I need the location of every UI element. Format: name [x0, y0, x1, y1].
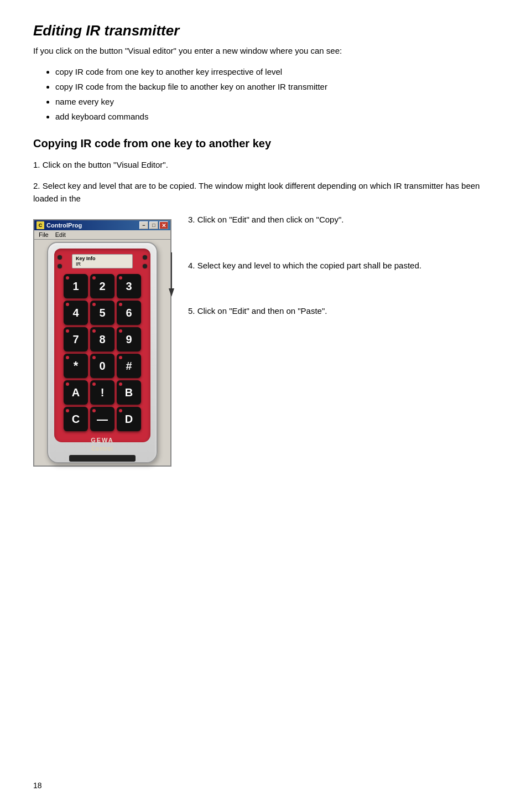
remote-window-panel: C ControlProg − □ ✕ File Edit [33, 214, 171, 467]
intro-text: If you click on the button "Visual edito… [33, 45, 498, 58]
key-1[interactable]: 1 [64, 274, 88, 298]
step-1: 1. Click on the button "Visual Editor". [33, 159, 498, 172]
maximize-button[interactable]: □ [149, 221, 158, 229]
window-menubar: File Edit [34, 230, 170, 240]
key-excl[interactable]: ! [90, 380, 114, 405]
window-titlebar: C ControlProg − □ ✕ [34, 220, 170, 230]
feature-item-3: name every key [55, 94, 498, 109]
image-step-area: C ControlProg − □ ✕ File Edit [33, 214, 498, 467]
menu-edit[interactable]: Edit [52, 231, 69, 239]
remote-dot-mr [143, 264, 147, 268]
remote-brand: GEWA [91, 437, 114, 443]
feature-item-1: copy IR code from one key to another key… [55, 64, 498, 79]
controlprog-window: C ControlProg − □ ✕ File Edit [33, 219, 171, 467]
arrow-divider [155, 247, 188, 359]
key-info-title: Key Info [76, 256, 129, 261]
step-4-num: 4. [188, 261, 195, 270]
window-title-text: ControlProg [46, 222, 82, 229]
key-7[interactable]: 7 [64, 327, 88, 351]
step-3-num: 3. [188, 215, 195, 224]
remote-device: Key Info IR 1 2 3 4 5 6 [47, 242, 158, 463]
key-6[interactable]: 6 [117, 301, 141, 325]
svg-marker-1 [169, 288, 174, 297]
step-3: 3. Click on "Edit" and then click on "Co… [188, 214, 498, 226]
step-2: 2. Select key and level that are to be c… [33, 180, 498, 205]
remote-dots-left [58, 253, 62, 431]
key-4[interactable]: 4 [64, 301, 88, 325]
step-5-num: 5. [188, 306, 195, 316]
right-steps-panel: 3. Click on "Edit" and then click on "Co… [188, 214, 498, 327]
key-a[interactable]: A [64, 380, 88, 405]
step-5-text: Click on "Edit" and then on "Paste". [197, 306, 327, 316]
step-5: 5. Click on "Edit" and then on "Paste". [188, 305, 498, 318]
key-dash[interactable]: — [90, 407, 114, 431]
remote-model: Control [91, 446, 113, 452]
remote-dots-right [143, 253, 147, 431]
remote-dot-ml [58, 264, 62, 268]
remote-bar [69, 455, 136, 462]
step-2-text: Select key and level that are to be copi… [33, 181, 480, 203]
page-number: 18 [33, 781, 42, 790]
remote-inner: Key Info IR 1 2 3 4 5 6 [54, 249, 150, 442]
step-3-text: Click on "Edit" and then click on "Copy"… [197, 215, 344, 224]
minimize-button[interactable]: − [139, 221, 148, 229]
step-2-num: 2. [33, 181, 40, 190]
feature-item-4: add keyboard commands [55, 109, 498, 124]
step-4-text: Select key and level to which the copied… [197, 261, 421, 270]
window-body: Key Info IR 1 2 3 4 5 6 [34, 240, 170, 466]
window-app-icon: C [37, 221, 44, 229]
feature-list: copy IR code from one key to another key… [55, 64, 498, 124]
key-9[interactable]: 9 [117, 327, 141, 351]
page-title: Editing IR transmitter [33, 22, 498, 39]
remote-bottom: GEWA Control [58, 437, 147, 462]
window-title-left: C ControlProg [37, 221, 82, 229]
remote-dot-tl [58, 255, 62, 260]
key-hash[interactable]: # [117, 354, 141, 378]
arrow-svg [155, 247, 188, 358]
key-3[interactable]: 3 [117, 274, 141, 298]
key-0[interactable]: 0 [90, 354, 114, 378]
key-info-sub: IR [76, 261, 129, 267]
window-controls: − □ ✕ [139, 221, 168, 229]
key-star[interactable]: * [64, 354, 88, 378]
section2-title: Copying IR code from one key to another … [33, 137, 498, 150]
keys-grid: 1 2 3 4 5 6 7 8 9 * [64, 274, 141, 431]
key-info-box: Key Info IR [72, 254, 133, 268]
close-button[interactable]: ✕ [159, 221, 168, 229]
feature-item-2: copy IR code from the backup file to ano… [55, 79, 498, 94]
key-5[interactable]: 5 [90, 301, 114, 325]
remote-top-row: Key Info IR 1 2 3 4 5 6 [58, 253, 147, 431]
key-c[interactable]: C [64, 407, 88, 431]
step-1-text: Click on the button "Visual Editor". [43, 160, 168, 169]
key-d[interactable]: D [117, 407, 141, 431]
key-8[interactable]: 8 [90, 327, 114, 351]
remote-dot-tr [143, 255, 147, 260]
step-4: 4. Select key and level to which the cop… [188, 260, 498, 272]
menu-file[interactable]: File [35, 231, 52, 239]
key-2[interactable]: 2 [90, 274, 114, 298]
step-1-num: 1. [33, 160, 40, 169]
key-b[interactable]: B [117, 380, 141, 405]
